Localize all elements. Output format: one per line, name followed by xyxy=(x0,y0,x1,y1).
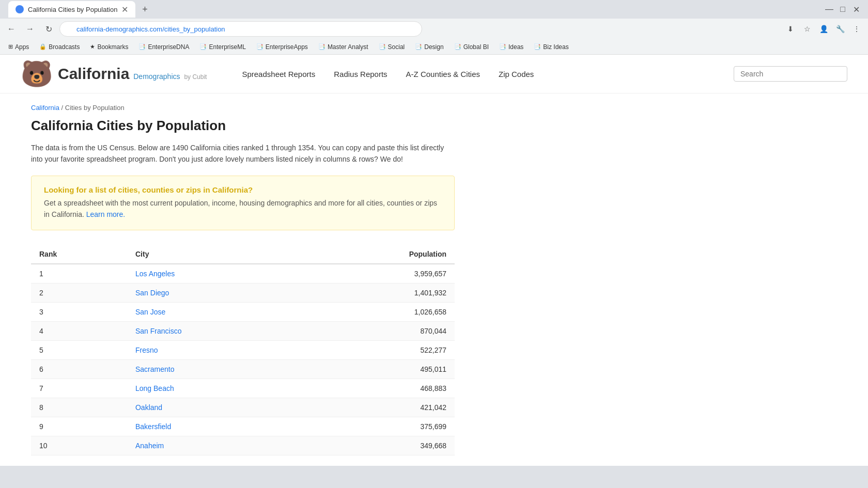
bookmark-bizideas-label: Biz Ideas xyxy=(543,43,568,51)
table-row: 10 Anaheim 349,668 xyxy=(31,436,455,455)
bookmark-page-icon8: 📑 xyxy=(499,43,506,50)
city-link[interactable]: San Jose xyxy=(135,308,165,316)
bookmark-apps[interactable]: ⊞ Apps xyxy=(4,42,33,52)
bookmark-page-icon7: 📑 xyxy=(454,43,461,50)
rank-cell: 2 xyxy=(31,283,127,302)
main-nav: Spreadsheet Reports Radius Reports A-Z C… xyxy=(233,66,543,83)
bookmark-enterpriseml[interactable]: 📑 EnterpriseML xyxy=(195,42,250,52)
city-cell: Fresno xyxy=(127,340,303,359)
tab-close-button[interactable]: ✕ xyxy=(121,5,128,14)
bookmark-page-icon9: 📑 xyxy=(534,43,541,50)
back-button[interactable]: ← xyxy=(4,22,19,36)
bookmark-enterprisedna[interactable]: 📑 EnterpriseDNA xyxy=(134,42,193,52)
rank-cell: 6 xyxy=(31,359,127,379)
callout-title: Looking for a list of cities, counties o… xyxy=(44,185,442,194)
bookmark-broadcasts-label: Broadcasts xyxy=(49,43,80,51)
page-description: The data is from the US Census. Below ar… xyxy=(31,142,455,165)
bookmark-broadcasts[interactable]: 🔒 Broadcasts xyxy=(35,42,84,52)
reload-button[interactable]: ↻ xyxy=(41,22,56,36)
city-link[interactable]: San Diego xyxy=(135,289,169,297)
table-row: 6 Sacramento 495,011 xyxy=(31,359,455,379)
table-row: 4 San Francisco 870,044 xyxy=(31,321,455,340)
site-logo[interactable]: 🐻 California Demographics by Cubit xyxy=(21,61,207,87)
forward-button[interactable]: → xyxy=(23,22,37,36)
city-cell: Oakland xyxy=(127,398,303,417)
bookmark-design[interactable]: 📑 Design xyxy=(411,42,447,52)
bookmark-enterpriseml-label: EnterpriseML xyxy=(209,43,245,51)
col-city: City xyxy=(127,245,303,264)
city-link[interactable]: Los Angeles xyxy=(135,270,175,278)
extensions-icon[interactable]: 🔧 xyxy=(833,22,847,36)
browser-tab[interactable]: California Cities by Population ✕ xyxy=(8,1,135,18)
bookmark-apps-label: Apps xyxy=(15,43,29,51)
breadcrumb-separator: / xyxy=(61,104,65,112)
breadcrumb: California / Cities by Population xyxy=(31,104,486,112)
star-icon: ★ xyxy=(90,43,95,50)
nav-radius-reports[interactable]: Radius Reports xyxy=(324,66,396,83)
population-cell: 1,401,932 xyxy=(303,283,455,302)
col-rank: Rank xyxy=(31,245,127,264)
callout-learn-more-link[interactable]: Learn more. xyxy=(86,210,125,218)
population-cell: 3,959,657 xyxy=(303,264,455,284)
bookmark-enterpriseapps[interactable]: 📑 EnterpriseApps xyxy=(252,42,312,52)
city-cell: Sacramento xyxy=(127,359,303,379)
col-population: Population xyxy=(303,245,455,264)
close-button[interactable]: ✕ xyxy=(853,6,860,13)
nav-spreadsheet-reports[interactable]: Spreadsheet Reports xyxy=(233,66,324,83)
breadcrumb-home-link[interactable]: California xyxy=(31,104,59,112)
maximize-button[interactable]: □ xyxy=(839,6,846,13)
california-bear-icon: 🐻 xyxy=(21,61,53,87)
nav-zip-codes[interactable]: Zip Codes xyxy=(489,66,543,83)
profile-icon[interactable]: 👤 xyxy=(816,22,831,36)
population-cell: 468,883 xyxy=(303,379,455,398)
tab-title: California Cities by Population xyxy=(28,6,117,13)
city-link[interactable]: Bakersfield xyxy=(135,422,171,431)
city-link[interactable]: Fresno xyxy=(135,346,158,354)
bookmark-enterprisedna-label: EnterpriseDNA xyxy=(148,43,189,51)
bookmark-page-icon3: 📑 xyxy=(256,43,264,50)
bookmark-bookmarks[interactable]: ★ Bookmarks xyxy=(86,42,132,52)
table-header-row: Rank City Population xyxy=(31,245,455,264)
bookmark-globalbi[interactable]: 📑 Global BI xyxy=(450,42,493,52)
bookmark-page-icon: 📑 xyxy=(138,43,146,50)
address-bar[interactable] xyxy=(60,22,422,36)
table-row: 3 San Jose 1,026,658 xyxy=(31,302,455,321)
bookmark-masteranalyst[interactable]: 📑 Master Analyst xyxy=(314,42,373,52)
population-cell: 495,011 xyxy=(303,359,455,379)
callout-box: Looking for a list of cities, counties o… xyxy=(31,176,455,230)
city-link[interactable]: Anaheim xyxy=(135,442,164,450)
rank-cell: 5 xyxy=(31,340,127,359)
breadcrumb-current: Cities by Population xyxy=(65,104,125,112)
lock-icon: 🔒 xyxy=(39,43,47,50)
nav-az-counties-cities[interactable]: A-Z Counties & Cities xyxy=(397,66,489,83)
table-row: 9 Bakersfield 375,699 xyxy=(31,417,455,436)
new-tab-button[interactable]: + xyxy=(137,2,152,17)
menu-icon[interactable]: ⋮ xyxy=(849,22,864,36)
bookmark-ideas[interactable]: 📑 Ideas xyxy=(495,42,528,52)
table-row: 5 Fresno 522,277 xyxy=(31,340,455,359)
city-cell: Los Angeles xyxy=(127,264,303,284)
city-link[interactable]: Long Beach xyxy=(135,384,174,392)
bookmark-page-icon6: 📑 xyxy=(415,43,422,50)
search-input[interactable] xyxy=(734,66,847,82)
callout-body: Get a spreadsheet with the most current … xyxy=(44,197,442,221)
bookmark-bizideas[interactable]: 📑 Biz Ideas xyxy=(530,42,572,52)
population-cell: 1,026,658 xyxy=(303,302,455,321)
page-title: California Cities by Population xyxy=(31,118,486,134)
rank-cell: 7 xyxy=(31,379,127,398)
bookmark-masteranalyst-label: Master Analyst xyxy=(328,43,368,51)
city-link[interactable]: Oakland xyxy=(135,403,162,412)
bookmark-star-icon[interactable]: ☆ xyxy=(800,22,814,36)
logo-demographics: Demographics xyxy=(133,72,180,81)
city-link[interactable]: Sacramento xyxy=(135,365,174,373)
bookmark-page-icon2: 📑 xyxy=(199,43,207,50)
tab-favicon xyxy=(16,5,24,13)
table-row: 7 Long Beach 468,883 xyxy=(31,379,455,398)
city-link[interactable]: San Francisco xyxy=(135,327,181,335)
population-cell: 375,699 xyxy=(303,417,455,436)
bookmark-page-icon5: 📑 xyxy=(379,43,386,50)
downloads-icon[interactable]: ⬇ xyxy=(783,22,798,36)
table-row: 8 Oakland 421,042 xyxy=(31,398,455,417)
bookmark-social[interactable]: 📑 Social xyxy=(375,42,409,52)
minimize-button[interactable]: — xyxy=(826,6,833,13)
